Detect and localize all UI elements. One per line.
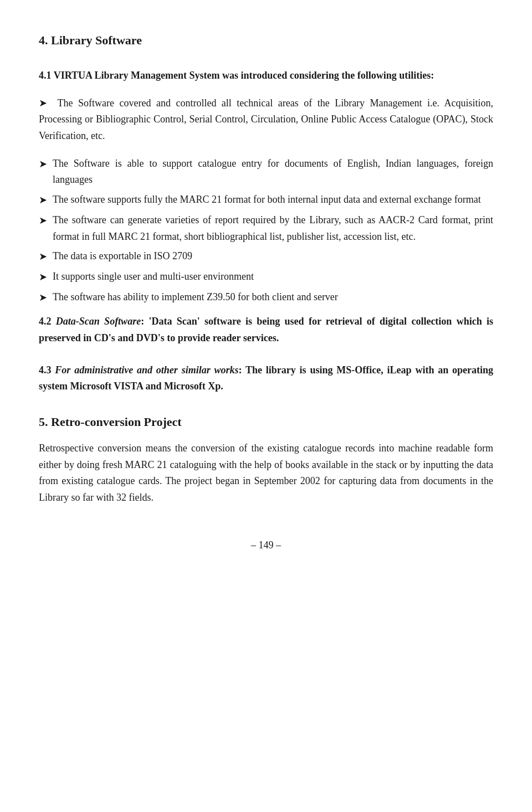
list-item: ➤ It supports single user and multi-user…	[39, 269, 493, 286]
section-42-label: 4.2	[39, 316, 56, 327]
bullet-text-4: The data is exportable in ISO 2709	[53, 248, 493, 265]
page-content: 4. Library Software 4.1 VIRTUA Library M…	[39, 33, 493, 551]
page-number: – 149 –	[39, 539, 493, 551]
bullet-text-3: The software can generate varieties of r…	[53, 212, 493, 245]
section-42-para: 4.2 Data-Scan Software: 'Data Scan' soft…	[39, 314, 493, 346]
section-41: 4.1 VIRTUA Library Management System was…	[39, 68, 493, 306]
bullet-text-2: The software supports fully the MARC 21 …	[53, 192, 493, 208]
section-5: 5. Retro-conversion Project Retrospectiv…	[39, 415, 493, 506]
section-41-intro: ➤ The Software covered and controlled al…	[39, 95, 493, 145]
section-41-bullets: ➤ The Software is able to support catalo…	[39, 156, 493, 306]
section-42: 4.2 Data-Scan Software: 'Data Scan' soft…	[39, 314, 493, 346]
bullet-arrow-4: ➤	[39, 248, 47, 265]
bullet-arrow-1: ➤	[39, 156, 47, 173]
main-title: 4. Library Software	[39, 33, 493, 48]
bullet-text-1: The Software is able to support catalogu…	[53, 156, 493, 188]
section-43-colon: :	[238, 364, 245, 376]
section-41-heading: 4.1 VIRTUA Library Management System was…	[39, 68, 493, 84]
bullet-text-5: It supports single user and multi-user e…	[53, 269, 493, 285]
list-item: ➤ The software supports fully the MARC 2…	[39, 192, 493, 209]
list-item: ➤ The software has ability to implement …	[39, 289, 493, 306]
bullet-arrow-2: ➤	[39, 192, 47, 209]
section-43-bold-italic: For administrative and other similar wor…	[55, 364, 238, 376]
section-42-colon: :	[141, 316, 149, 327]
bullet-arrow-5: ➤	[39, 269, 47, 286]
section-43-label: 4.3	[39, 364, 55, 376]
bullet-arrow-3: ➤	[39, 212, 47, 229]
section-5-para: Retrospective conversion means the conve…	[39, 440, 493, 506]
section-42-bold-italic: Data-Scan Software	[56, 316, 141, 327]
section-43-para: 4.3 For administrative and other similar…	[39, 362, 493, 395]
bullet-text-6: The software has ability to implement Z3…	[53, 289, 493, 306]
list-item: ➤ The data is exportable in ISO 2709	[39, 248, 493, 265]
list-item: ➤ The software can generate varieties of…	[39, 212, 493, 245]
list-item: ➤ The Software is able to support catalo…	[39, 156, 493, 188]
section-5-heading: 5. Retro-conversion Project	[39, 415, 493, 429]
section-41-heading-bold: 4.1 VIRTUA Library Management System was…	[39, 70, 434, 81]
section-43: 4.3 For administrative and other similar…	[39, 362, 493, 395]
bullet-arrow-6: ➤	[39, 289, 47, 306]
